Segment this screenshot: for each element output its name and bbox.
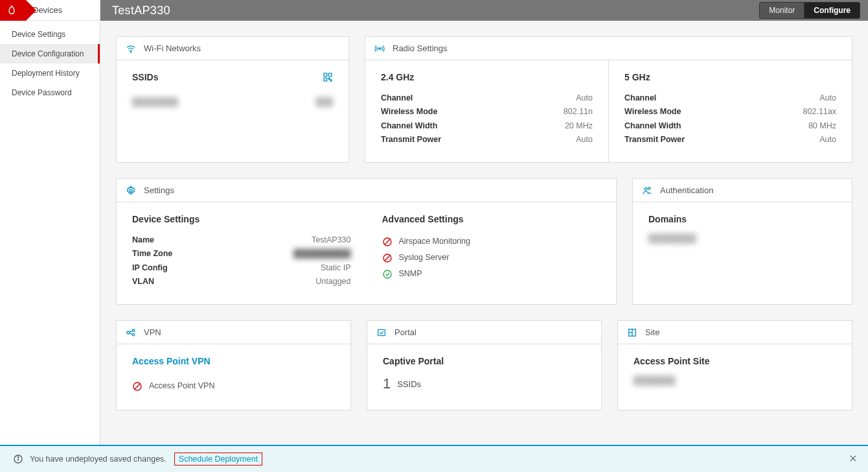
radio-5ghz-column: 5 GHz ChannelAuto Wireless Mode802.11ax … (608, 60, 852, 162)
radio-5ghz-title: 5 GHz (624, 72, 836, 82)
svg-point-17 (132, 333, 134, 335)
monitor-button[interactable]: Monitor (760, 3, 804, 18)
svg-rect-3 (324, 78, 327, 81)
notification-text: You have undeployed saved changes. (30, 454, 166, 464)
info-icon (13, 454, 23, 464)
page: TestAP330 Monitor Configure Wi-Fi Networ… (100, 0, 868, 445)
sidebar: Devices Device Settings Device Configura… (0, 0, 100, 445)
svg-point-7 (130, 189, 132, 192)
svg-point-14 (648, 187, 650, 189)
svg-line-19 (130, 333, 133, 335)
configure-button[interactable]: Configure (804, 3, 860, 18)
svg-point-16 (132, 329, 134, 331)
vpn-card-title: VPN (144, 327, 161, 337)
radio-icon (374, 43, 385, 54)
svg-line-9 (385, 239, 390, 244)
sidebar-title[interactable]: Devices (32, 5, 62, 15)
radio-24ghz-column: 2.4 GHz ChannelAuto Wireless Mode802.11n… (365, 60, 608, 162)
site-placeholder: ███████ (634, 375, 836, 385)
captive-portal-title: Captive Portal (383, 356, 586, 366)
gear-icon (126, 185, 136, 196)
domains-title: Domains (648, 214, 836, 224)
svg-rect-4 (328, 78, 330, 79)
settings-card[interactable]: Settings Device Settings NameTestAP330 T… (116, 178, 617, 305)
vpn-section-title[interactable]: Access Point VPN (132, 356, 335, 366)
radio-card-title: Radio Settings (393, 43, 448, 53)
notification-bar: You have undeployed saved changes. Sched… (0, 445, 868, 472)
svg-line-18 (130, 331, 133, 332)
authentication-icon (642, 185, 652, 196)
portal-card-title: Portal (394, 327, 417, 337)
page-title: TestAP330 (112, 4, 170, 18)
ssids-title: SSIDs (132, 72, 158, 82)
device-settings-title: Device Settings (132, 214, 351, 224)
advanced-settings-column: Advanced Settings Airspace Monitoring Sy… (367, 202, 617, 304)
authentication-card[interactable]: Authentication Domains ████████ (632, 178, 852, 305)
qr-icon[interactable] (323, 72, 333, 82)
domain-placeholder: ████████ (648, 233, 836, 243)
device-settings-column: Device Settings NameTestAP330 Time Zone█… (117, 202, 367, 304)
svg-rect-1 (324, 73, 327, 77)
svg-rect-22 (378, 329, 385, 335)
wifi-icon (126, 43, 136, 54)
ssid-name-placeholder: ████████ (132, 95, 178, 109)
site-card[interactable]: Site Access Point Site ███████ (617, 320, 852, 410)
page-body: Wi-Fi Networks SSIDs ████████ ███ (100, 21, 868, 445)
settings-card-title: Settings (144, 185, 174, 195)
sidebar-item-device-settings[interactable]: Device Settings (0, 25, 100, 44)
vpn-icon (126, 327, 136, 338)
enabled-icon (382, 269, 393, 279)
close-icon[interactable] (849, 454, 858, 465)
page-header: TestAP330 Monitor Configure (100, 0, 868, 21)
svg-line-11 (385, 255, 390, 261)
site-card-title: Site (645, 327, 659, 337)
sidebar-item-device-password[interactable]: Device Password (0, 83, 100, 102)
ssid-value-placeholder: ███ (315, 95, 333, 109)
svg-point-15 (127, 331, 130, 334)
svg-point-28 (17, 456, 18, 457)
portal-count: 1 (383, 375, 391, 392)
vpn-card[interactable]: VPN Access Point VPN Access Point VPN (116, 320, 351, 410)
wifi-networks-card[interactable]: Wi-Fi Networks SSIDs ████████ ███ (116, 36, 349, 163)
radio-settings-card[interactable]: Radio Settings 2.4 GHz ChannelAuto Wirel… (365, 36, 852, 163)
svg-line-21 (135, 384, 140, 389)
brand-logo (0, 0, 26, 21)
svg-point-0 (130, 51, 131, 52)
radio-24ghz-title: 2.4 GHz (381, 72, 593, 82)
sidebar-header: Devices (0, 0, 100, 21)
wifi-card-title: Wi-Fi Networks (144, 43, 201, 53)
view-toggle: Monitor Configure (759, 2, 860, 19)
disabled-icon (382, 237, 393, 247)
auth-card-title: Authentication (660, 185, 713, 195)
portal-unit: SSIDs (397, 379, 421, 389)
site-section-title: Access Point Site (634, 356, 836, 366)
sidebar-item-deployment-history[interactable]: Deployment History (0, 64, 100, 83)
portal-icon (376, 327, 387, 338)
advanced-settings-title: Advanced Settings (382, 214, 601, 224)
svg-rect-5 (330, 80, 332, 81)
sidebar-item-device-configuration[interactable]: Device Configuration (0, 44, 100, 64)
svg-point-6 (379, 47, 381, 49)
sidebar-nav: Device Settings Device Configuration Dep… (0, 21, 100, 102)
disabled-icon (382, 253, 393, 263)
schedule-deployment-highlight: Schedule Deployment (174, 453, 262, 466)
disabled-icon (132, 381, 143, 392)
portal-card[interactable]: Portal Captive Portal 1 SSIDs (367, 320, 602, 410)
svg-point-12 (383, 270, 391, 278)
site-icon (627, 327, 637, 338)
svg-point-13 (645, 187, 647, 190)
schedule-deployment-link[interactable]: Schedule Deployment (179, 454, 258, 464)
svg-rect-2 (328, 73, 332, 77)
